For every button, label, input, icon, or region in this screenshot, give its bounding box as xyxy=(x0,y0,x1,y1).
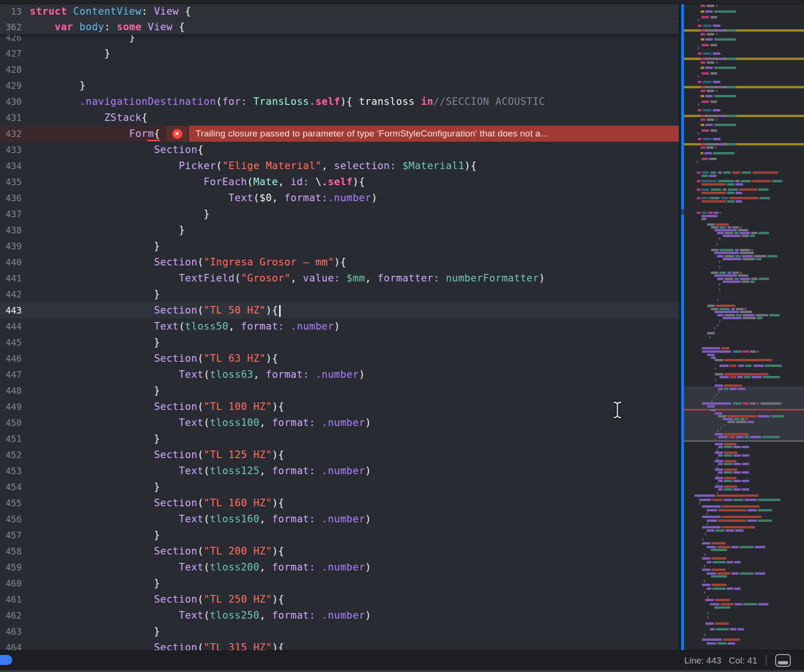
code-line-457[interactable]: 457 } xyxy=(0,527,679,543)
code-line-427[interactable]: 427 } xyxy=(0,45,679,61)
minimap-code-bar xyxy=(714,274,737,277)
code-line-441[interactable]: 441 TextField("Grosor", value: $mm, form… xyxy=(0,270,679,286)
line-number[interactable]: 430 xyxy=(0,96,22,107)
code-line-463[interactable]: 463 } xyxy=(0,623,679,639)
error-icon[interactable]: ✕ xyxy=(167,126,188,142)
minimap-code-bar xyxy=(711,400,712,402)
line-number[interactable]: 434 xyxy=(0,161,22,171)
line-number[interactable]: 451 xyxy=(0,434,22,444)
code-line-430[interactable]: 430 .navigationDestination(for: TransLos… xyxy=(0,94,679,110)
code-line-452[interactable]: 452 Section("TL 125 HZ"){ xyxy=(0,447,679,463)
code-line-438[interactable]: 438 } xyxy=(0,222,679,238)
code-line-462[interactable]: 462 Text(tloss250, format: .number) xyxy=(0,607,679,623)
line-number[interactable]: 433 xyxy=(0,145,22,155)
line-number[interactable]: 439 xyxy=(0,241,22,251)
minimap-code-bar xyxy=(734,418,740,420)
code-line-437[interactable]: 437 } xyxy=(0,206,679,222)
code-line-458[interactable]: 458 Section("TL 200 HZ"){ xyxy=(0,543,679,559)
line-number[interactable]: 456 xyxy=(0,514,22,524)
line-number[interactable]: 464 xyxy=(0,642,22,650)
code-line-447[interactable]: 447 Text(tloss63, format: .number) xyxy=(0,366,679,383)
code-line-451[interactable]: 451 } xyxy=(0,431,679,447)
line-number[interactable]: 462 xyxy=(0,610,22,621)
minimap-code-bar xyxy=(727,226,731,229)
code-line-428[interactable]: 428 xyxy=(0,61,679,77)
line-number[interactable]: 450 xyxy=(0,417,22,428)
pinned-line-13[interactable]: 13struct ContentView: View { xyxy=(0,4,679,19)
code-line-440[interactable]: 440 Section("Ingresa Grosor – mm"){ xyxy=(0,254,679,270)
line-number[interactable]: 449 xyxy=(0,401,22,412)
code-line-449[interactable]: 449 Section("TL 100 HZ"){ xyxy=(0,399,679,415)
code-line-435[interactable]: 435 ForEach(Mate, id: \.self){ xyxy=(0,174,679,190)
line-number[interactable]: 448 xyxy=(0,385,22,396)
code-line-455[interactable]: 455 Section("TL 160 HZ"){ xyxy=(0,495,679,511)
line-number[interactable]: 13 xyxy=(0,6,22,17)
minimap-code-bar xyxy=(701,192,726,194)
line-number[interactable]: 436 xyxy=(0,193,22,203)
minimap-viewport[interactable] xyxy=(684,386,804,441)
line-number[interactable]: 452 xyxy=(0,450,22,460)
line-number[interactable]: 463 xyxy=(0,626,22,637)
line-number[interactable]: 453 xyxy=(0,466,22,476)
code-line-443[interactable]: 443 Section("TL 50 HZ"){ xyxy=(0,302,679,318)
pinned-header[interactable]: 13struct ContentView: View {362 var body… xyxy=(0,4,679,35)
code-line-444[interactable]: 444 Text(tloss50, format: .number) xyxy=(0,318,679,334)
code-line-459[interactable]: 459 Text(tloss200, format: .number) xyxy=(0,559,679,575)
code-line-433[interactable]: 433 Section{ xyxy=(0,142,679,158)
code-line-445[interactable]: 445 } xyxy=(0,334,679,350)
minimap-code-bar xyxy=(715,412,722,415)
line-number[interactable]: 455 xyxy=(0,498,22,508)
line-number[interactable]: 458 xyxy=(0,546,22,556)
pinned-line-362[interactable]: 362 var body: some View { xyxy=(0,19,679,34)
code-editor[interactable]: 426 }427 }428429 }430 .navigationDestina… xyxy=(0,0,679,650)
code-line-439[interactable]: 439 } xyxy=(0,238,679,254)
code-text: Section("Ingresa Grosor – mm"){ xyxy=(30,254,346,270)
line-number[interactable]: 432 xyxy=(0,128,22,139)
code-line-431[interactable]: 431 ZStack{ xyxy=(0,110,679,126)
error-banner[interactable]: Trailing closure passed to parameter of … xyxy=(189,126,679,142)
code-line-448[interactable]: 448 } xyxy=(0,383,679,399)
code-line-434[interactable]: 434 Picker("Elige Material", selection: … xyxy=(0,158,679,174)
code-line-450[interactable]: 450 Text(tloss100, format: .number) xyxy=(0,415,679,431)
minimap-code-bar xyxy=(727,272,731,274)
code-text: } xyxy=(30,334,160,350)
line-number[interactable]: 440 xyxy=(0,257,22,267)
line-number[interactable]: 447 xyxy=(0,369,22,380)
minimap[interactable] xyxy=(684,0,804,650)
line-number[interactable]: 427 xyxy=(0,48,22,59)
line-number[interactable]: 460 xyxy=(0,578,22,588)
code-line-436[interactable]: 436 Text($0, format:.number) xyxy=(0,190,679,206)
line-number[interactable]: 437 xyxy=(0,209,22,219)
bottom-bar-accessory-pill[interactable] xyxy=(0,655,12,665)
line-number[interactable]: 442 xyxy=(0,289,22,299)
code-line-432[interactable]: 432 Form{✕Trailing closure passed to par… xyxy=(0,126,679,142)
code-line-429[interactable]: 429 } xyxy=(0,77,679,94)
line-number[interactable]: 444 xyxy=(0,321,22,332)
bottom-panel-icon[interactable] xyxy=(775,654,791,667)
line-number[interactable]: 431 xyxy=(0,112,22,123)
code-line-461[interactable]: 461 Section("TL 250 HZ"){ xyxy=(0,591,679,607)
line-number[interactable]: 443 xyxy=(0,305,22,315)
minimap-code-bar xyxy=(727,561,733,563)
line-number[interactable]: 461 xyxy=(0,594,22,604)
code-line-454[interactable]: 454 } xyxy=(0,479,679,495)
code-line-453[interactable]: 453 Text(tloss125, format: .number) xyxy=(0,463,679,479)
line-number[interactable]: 362 xyxy=(0,22,22,32)
line-number[interactable]: 445 xyxy=(0,337,22,348)
line-number[interactable]: 446 xyxy=(0,353,22,364)
line-number[interactable]: 438 xyxy=(0,225,22,235)
line-number[interactable]: 454 xyxy=(0,482,22,492)
line-number[interactable]: 459 xyxy=(0,562,22,572)
line-number[interactable]: 428 xyxy=(0,64,22,75)
line-number[interactable]: 429 xyxy=(0,80,22,91)
code-line-460[interactable]: 460 } xyxy=(0,575,679,591)
code-line-464[interactable]: 464 Section("TL 315 HZ"){ xyxy=(0,639,679,650)
code-line-456[interactable]: 456 Text(tloss160, format: .number) xyxy=(0,511,679,527)
line-number[interactable]: 457 xyxy=(0,530,22,540)
line-number[interactable]: 441 xyxy=(0,273,22,283)
code-line-442[interactable]: 442 } xyxy=(0,286,679,302)
code-line-446[interactable]: 446 Section("TL 63 HZ"){ xyxy=(0,350,679,366)
minimap-code-bar xyxy=(726,58,736,60)
minimap-code-bar xyxy=(740,272,742,274)
line-number[interactable]: 435 xyxy=(0,177,22,187)
